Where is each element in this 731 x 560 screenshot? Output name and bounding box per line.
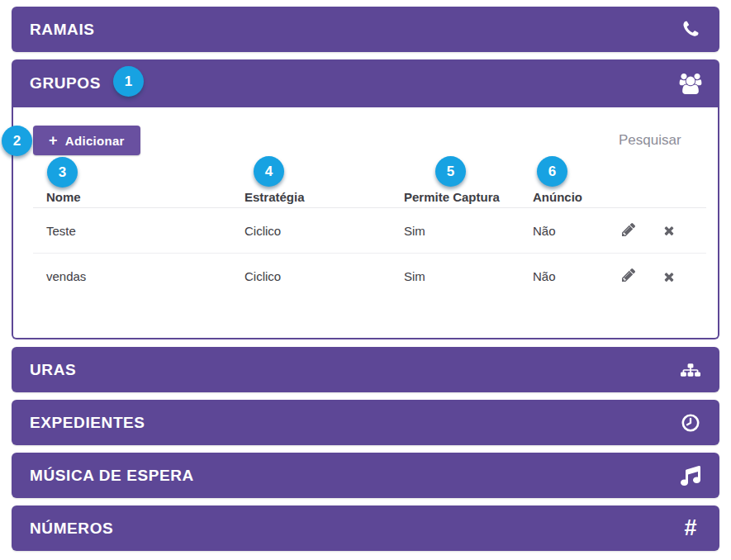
grupos-toolbar: + Adicionar xyxy=(13,107,718,155)
cell-anuncio: Não xyxy=(533,224,620,238)
clock-icon xyxy=(678,413,703,433)
hashtag-icon: # xyxy=(678,517,703,539)
search-input[interactable] xyxy=(619,132,688,149)
column-header-nome: Nome xyxy=(46,190,244,204)
step-badge-2: 2 xyxy=(2,126,32,156)
add-group-button[interactable]: + Adicionar xyxy=(33,126,140,155)
grupos-content: + Adicionar Nome Estratégia Permite Capt… xyxy=(12,107,719,339)
music-icon xyxy=(678,466,703,486)
edit-button[interactable] xyxy=(622,223,638,239)
cell-estrategia: Ciclico xyxy=(244,269,404,283)
panel-ramais-label: RAMAIS xyxy=(30,21,95,39)
phone-icon xyxy=(678,20,703,39)
delete-button[interactable] xyxy=(662,224,676,237)
groups-table-header: Nome Estratégia Permite Captura Anúncio xyxy=(33,186,706,208)
panel-numeros-label: NÚMEROS xyxy=(30,520,113,538)
column-header-permite-captura: Permite Captura xyxy=(404,190,533,204)
panel-uras[interactable]: URAS xyxy=(12,347,719,392)
panel-ramais[interactable]: RAMAIS xyxy=(12,7,719,52)
cell-nome: Teste xyxy=(46,224,244,238)
panel-uras-label: URAS xyxy=(30,361,76,379)
column-header-estrategia: Estratégia xyxy=(244,190,404,204)
step-badge-3: 3 xyxy=(47,157,78,187)
panel-expedientes[interactable]: EXPEDIENTES xyxy=(12,400,719,445)
cell-estrategia: Ciclico xyxy=(244,224,404,238)
panel-expedientes-label: EXPEDIENTES xyxy=(30,414,145,432)
step-badge-4: 4 xyxy=(254,156,284,187)
sitemap-icon xyxy=(678,360,703,380)
cell-permite-captura: Sim xyxy=(404,224,533,238)
step-badge-1: 1 xyxy=(113,66,144,97)
panel-musica-de-espera[interactable]: MÚSICA DE ESPERA xyxy=(12,453,719,498)
cell-anuncio: Não xyxy=(533,269,620,283)
users-icon xyxy=(678,74,703,94)
edit-button[interactable] xyxy=(622,268,638,284)
panel-grupos: GRUPOS + Adicionar Nome Estratégia Permi… xyxy=(12,59,719,339)
step-badge-6: 6 xyxy=(537,156,567,187)
add-group-button-label: Adicionar xyxy=(65,134,125,148)
groups-table: Nome Estratégia Permite Captura Anúncio … xyxy=(33,186,706,299)
panel-grupos-label: GRUPOS xyxy=(30,74,101,93)
panel-musica-label: MÚSICA DE ESPERA xyxy=(30,467,194,485)
panel-numeros[interactable]: NÚMEROS # xyxy=(12,505,719,551)
table-row: vendas Ciclico Sim Não xyxy=(33,254,706,299)
cell-nome: vendas xyxy=(46,269,244,283)
delete-button[interactable] xyxy=(662,270,676,283)
cell-permite-captura: Sim xyxy=(404,269,533,283)
column-header-anuncio: Anúncio xyxy=(533,190,620,204)
pabx-config-page: RAMAIS GRUPOS + Adicionar Nome xyxy=(0,0,731,560)
plus-icon: + xyxy=(49,133,58,148)
step-badge-5: 5 xyxy=(435,156,466,187)
table-row: Teste Ciclico Sim Não xyxy=(33,208,706,254)
